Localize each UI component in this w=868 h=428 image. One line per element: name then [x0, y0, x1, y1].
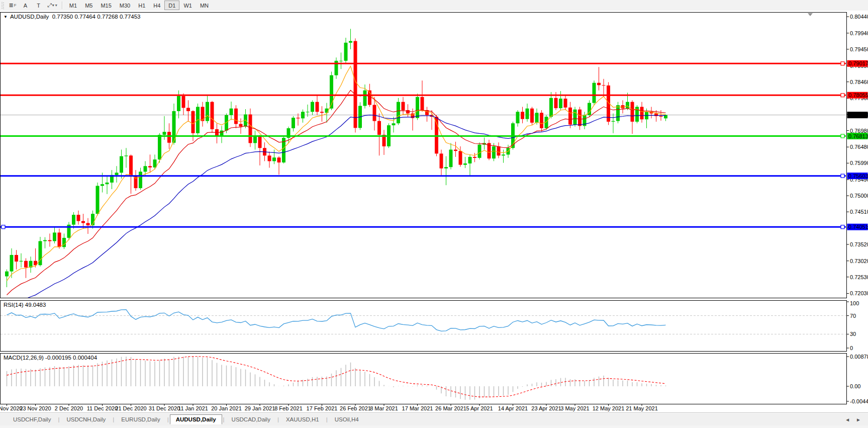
candle-bear [640, 107, 644, 119]
line-handle[interactable] [2, 225, 5, 229]
chart-tab-eurusd[interactable]: EURUSD,Daily [115, 414, 166, 424]
candle-bull [72, 215, 75, 225]
candle-bull [53, 232, 56, 241]
chart-title-dropdown-icon[interactable]: ▼ [4, 15, 8, 19]
candle-bear [373, 105, 376, 121]
candle-bear [530, 109, 534, 123]
main-price-panel[interactable] [1, 29, 846, 308]
timeframe-button-mn[interactable]: MN [196, 1, 213, 10]
arrow-objects-icon[interactable]: ⤢▾▾ [46, 1, 59, 10]
bottom-strip [0, 425, 868, 428]
price-badge-label: 0.74051 [848, 224, 868, 230]
candle-bear [167, 132, 171, 143]
chart-canvas[interactable]: 0.804400.799400.794500.789500.784600.779… [0, 11, 868, 412]
price-tick-label: 0.72030 [850, 290, 868, 296]
candle-bull [292, 118, 295, 128]
candle-bear [568, 108, 572, 125]
rsi-tick-label: 0 [850, 345, 853, 351]
candle-bull [593, 83, 596, 103]
font-icon[interactable]: A [20, 1, 32, 10]
candle-bear [297, 118, 300, 118]
candle-bear [459, 151, 462, 164]
timeframe-button-m5[interactable]: M5 [81, 1, 97, 10]
candle-bull [478, 145, 481, 158]
line-handle[interactable] [841, 174, 844, 178]
toolbar-separator [62, 2, 63, 9]
tab-separator: | [276, 416, 280, 422]
tab-scroll-left-icon[interactable]: ◄ [845, 417, 850, 422]
candle-bull [397, 102, 400, 124]
candle-bull [463, 163, 467, 165]
tab-scroll-right-icon[interactable]: ► [856, 417, 861, 422]
date-label: 11 Jan 2021 [178, 405, 208, 411]
macd-indicator-label: MACD(12,26,9) -0.000195 0.000404 [4, 355, 97, 361]
candle-bull [311, 102, 314, 112]
macd-panel[interactable] [7, 357, 666, 400]
candle-bear [77, 215, 80, 221]
candle-bear [239, 124, 243, 126]
candle-bull [20, 261, 23, 262]
timeframe-button-d1[interactable]: D1 [164, 1, 179, 10]
moving-average-mid-ma [7, 90, 666, 295]
chart-grid-f-icon[interactable]: ≣F [7, 1, 19, 10]
price-tick-label: 0.78460 [850, 79, 868, 85]
text-label-icon[interactable]: T [33, 1, 45, 10]
line-handle[interactable] [841, 94, 844, 97]
toolbar-grip-icon[interactable] [2, 2, 4, 9]
candle-bear [402, 102, 405, 110]
candle-bull [62, 238, 66, 247]
chart-shift-marker-icon[interactable] [808, 13, 813, 16]
candle-bear [58, 232, 61, 247]
candle-bull [363, 91, 367, 106]
chart-tab-audusd[interactable]: AUDUSD,Daily [170, 414, 222, 424]
date-label: 13 Nov 2020 [0, 405, 23, 411]
date-label: 2 Dec 2020 [55, 405, 83, 411]
candle-bear [473, 157, 476, 158]
rsi-panel[interactable] [1, 310, 846, 334]
candle-bull [206, 102, 209, 121]
candle-bull [516, 112, 520, 123]
macd-tick-label: 0.008782 [850, 354, 868, 360]
timeframe-button-h1[interactable]: H1 [134, 1, 149, 10]
price-tick-label: 0.73020 [850, 258, 868, 264]
date-label: 21 Dec 2020 [115, 405, 146, 411]
candle-bear [211, 102, 214, 129]
timeframe-button-group: M1M5M15M30H1H4D1W1MN [65, 1, 213, 10]
chart-tab-usdcad[interactable]: USDCAD,Daily [226, 414, 276, 424]
chart-tab-usdcnh[interactable]: USDCNH,Daily [60, 414, 112, 424]
timeframe-button-m1[interactable]: M1 [65, 1, 81, 10]
candle-bull [559, 99, 562, 108]
line-handle[interactable] [841, 62, 844, 65]
chart-tab-usoil[interactable]: USOil,H4 [329, 414, 365, 424]
candle-bear [497, 146, 501, 155]
timeframe-button-m30[interactable]: M30 [116, 1, 134, 10]
price-tick-label: 0.80440 [850, 14, 868, 20]
candle-bear [186, 108, 190, 111]
panel-border [1, 354, 847, 404]
toolbar: ≣FAT⤢▾▾ M1M5M15M30H1H4D1W1MN [0, 0, 868, 11]
timeframe-button-m15[interactable]: M15 [97, 1, 115, 10]
mt4-window: ≣FAT⤢▾▾ M1M5M15M30H1H4D1W1MN 0.804400.79… [0, 0, 868, 428]
line-handle[interactable] [841, 134, 844, 138]
candle-bear [277, 157, 281, 162]
moving-average-fast-ma [7, 66, 666, 281]
price-tick-label: 0.79450 [850, 46, 868, 52]
candle-bull [392, 123, 396, 125]
chart-tab-xauusd[interactable]: XAUUSD,H1 [280, 414, 325, 424]
panel-border [1, 13, 847, 298]
candle-bear [182, 96, 185, 108]
date-label: 12 May 2021 [593, 405, 625, 411]
candle-bull [163, 132, 166, 135]
tab-separator: | [325, 416, 329, 422]
chart-area: 0.804400.799400.794500.789500.784600.779… [0, 11, 868, 412]
price-tick-label: 0.74510 [850, 209, 868, 215]
candle-bull [272, 157, 276, 161]
timeframe-button-w1[interactable]: W1 [179, 1, 196, 10]
candle-bull [144, 166, 147, 172]
macd-tick-label: -0.004451 [850, 398, 868, 404]
candle-bear [540, 113, 543, 128]
chart-tab-usdchf[interactable]: USDCHF,Daily [7, 414, 57, 424]
timeframe-button-h4[interactable]: H4 [149, 1, 164, 10]
line-handle[interactable] [841, 225, 844, 229]
candle-bull [573, 110, 577, 125]
